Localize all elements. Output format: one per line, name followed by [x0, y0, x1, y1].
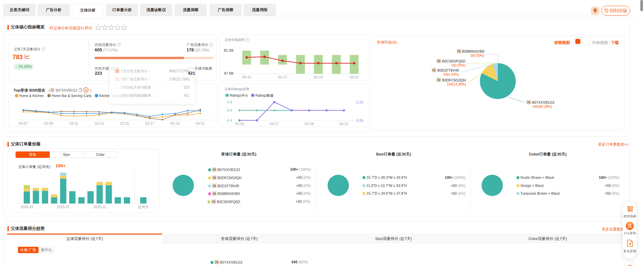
svg-text:a: a: [85, 88, 87, 92]
svg-text:03-19: 03-19: [171, 121, 180, 125]
svg-text:03-21: 03-21: [339, 122, 349, 126]
svg-text:47.89: 47.89: [224, 71, 234, 75]
svg-text:03-21: 03-21: [350, 75, 359, 79]
svg-text:03-17: 03-17: [145, 121, 154, 125]
svg-text:2025-11: 2025-11: [93, 205, 106, 209]
svg-text:03-19: 03-19: [314, 75, 323, 79]
svg-text:03-17: 03-17: [270, 122, 279, 126]
svg-text:81.99: 81.99: [224, 48, 234, 52]
svg-text:03-07: 03-07: [19, 121, 28, 125]
svg-text:4.4: 4.4: [227, 118, 232, 122]
svg-text:3.2k: 3.2k: [356, 100, 363, 104]
svg-text:03-19: 03-19: [305, 122, 314, 126]
svg-text:3.2k: 3.2k: [356, 118, 363, 122]
svg-text:03-13: 03-13: [95, 121, 104, 125]
svg-text:2025-03: 2025-03: [20, 205, 34, 209]
svg-text:03-15: 03-15: [242, 75, 251, 79]
svg-text:近30天: 近30天: [138, 205, 149, 209]
svg-text:Y: Y: [594, 9, 596, 12]
svg-text:03-21: 03-21: [196, 121, 205, 125]
svg-text:03-15: 03-15: [120, 121, 129, 125]
svg-text:03-09: 03-09: [44, 121, 53, 125]
svg-text:03-17: 03-17: [278, 75, 287, 79]
svg-text:03-15: 03-15: [235, 122, 244, 126]
svg-text:4.8: 4.8: [227, 100, 232, 104]
svg-text:4.6: 4.6: [227, 108, 232, 112]
svg-text:03-11: 03-11: [69, 121, 78, 125]
svg-text:2025-07: 2025-07: [57, 205, 70, 209]
